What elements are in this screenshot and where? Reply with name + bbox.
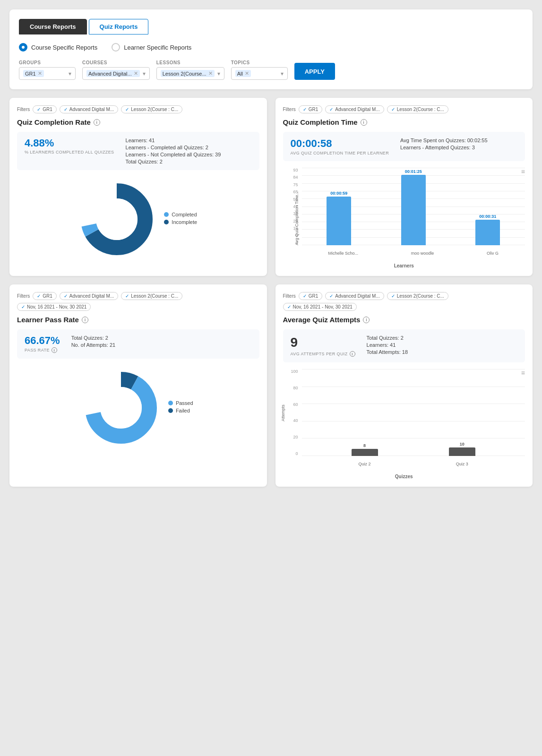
filter-tag-lesson[interactable]: ✓ Lesson 2(Course : C... [121,105,182,113]
radio-circle-course [19,43,27,52]
filter-group-topics: TOPICS All ✕ ▾ [231,60,288,80]
stat-big-rate: 4.88% [25,137,114,149]
lessons-chevron: ▾ [217,70,220,77]
pass-rate-stat-info[interactable]: i [52,347,57,353]
stat-main-time: 00:00:58 AVG QUIZ COMPLETION TIME PER LE… [291,137,389,155]
attempts-filters: Filters ✓ GR1 ✓ Advanced Digital M... ✓ … [283,292,525,311]
xlabel-quiz2: Quiz 2 [316,462,413,466]
filter-group-groups: GROUPS GR1 ✕ ▾ [19,60,76,80]
pass-rate-filters: Filters ✓ GR1 ✓ Advanced Digital M... ✓ … [17,292,259,311]
stat-label-time: AVG QUIZ COMPLETION TIME PER LEARNER [291,151,389,155]
filter-tag-pr-advanced[interactable]: ✓ Advanced Digital M... [60,292,119,300]
filter-label-4: Filters [283,293,296,299]
completion-time-info[interactable]: i [361,119,367,126]
xlabel-time: Learners [283,263,525,268]
legend-passed: Passed [168,400,193,406]
tab-quiz-reports[interactable]: Quiz Reports [89,19,149,34]
bar-label-top-1: 00:00:59 [330,191,347,196]
courses-chevron: ▾ [143,70,146,77]
svg-text:33.3%: 33.3% [104,400,117,405]
lessons-clear[interactable]: ✕ [208,70,213,77]
stat-aq-total-attempts: Total Attempts: 18 [367,349,408,355]
courses-tag: Advanced Digital... ✕ [86,70,140,77]
filter-tag-t-lesson[interactable]: ✓ Lesson 2(Course : C... [387,105,448,113]
completion-rate-info[interactable]: i [94,119,100,126]
svg-text:95.1%: 95.1% [110,232,123,237]
bar-fill-quiz3 [449,447,475,456]
stat-main-rate: 4.88% % LEARNERS COMPLETED ALL QUIZZES [25,137,114,164]
radio-row: Course Specific Reports Learner Specific… [19,43,523,52]
xlabel-quiz3: Quiz 3 [413,462,511,466]
topics-clear[interactable]: ✕ [245,70,249,77]
tabs-row: Course Reports Quiz Reports [19,19,523,34]
stat-learners-attempted: Learners - Attempted Quizzes: 3 [400,145,487,150]
legend-dot-incomplete [164,220,169,224]
stat-not-completed: Learners - Not Completed all Quizzes: 39 [126,152,221,157]
pass-rate-stats: 66.67% PASS RATE i Total Quizzes: 2 No. … [17,329,259,359]
attempts-info[interactable]: i [363,317,370,323]
svg-text:66.7%: 66.7% [122,417,135,422]
groups-select[interactable]: GR1 ✕ ▾ [19,67,76,80]
filter-tag-t-advanced[interactable]: ✓ Advanced Digital M... [325,105,384,113]
filter-label-2: Filters [283,107,296,112]
completion-rate-filters: Filters ✓ GR1 ✓ Advanced Digital M... ✓ … [17,105,259,113]
stat-details-pass: Total Quizzes: 2 No. of Attempts: 21 [71,335,116,353]
filter-tag-aq-gr1[interactable]: ✓ GR1 [299,292,323,300]
filters-row: GROUPS GR1 ✕ ▾ COURSES Advanced Digital.… [19,60,523,80]
yaxis-attempts: 0 20 40 60 80 100 [283,369,300,456]
pass-rate-info[interactable]: i [82,317,88,323]
stat-completed-all: Learners - Completed all Quizzes: 2 [126,145,221,150]
stat-pass-total-quizzes: Total Quizzes: 2 [71,335,116,341]
radio-label-course: Course Specific Reports [31,44,97,51]
lessons-label: LESSONS [156,60,224,65]
stat-main-attempts: 9 AVG ATTEMPTS PER QUIZ i [291,335,355,357]
completion-time-filters: Filters ✓ GR1 ✓ Advanced Digital M... ✓ … [283,105,525,113]
attempts-stats: 9 AVG ATTEMPTS PER QUIZ i Total Quizzes:… [283,329,525,362]
filter-tag-advanced[interactable]: ✓ Advanced Digital M... [60,105,119,113]
legend-dot-completed [164,212,169,217]
filter-tag-pr-lesson[interactable]: ✓ Lesson 2(Course : C... [121,292,182,300]
groups-chevron: ▾ [69,70,71,77]
stat-details-attempts: Total Quizzes: 2 Learners: 41 Total Atte… [367,335,408,357]
stat-details-time: Avg Time Spent on Quizzes: 00:02:55 Lear… [400,137,487,155]
attempts-stat-info[interactable]: i [350,351,355,357]
xaxis-time-labels: Michelle Scho... moo woodle Oliv G [302,251,525,256]
xlabel-3: Oliv G [487,251,499,256]
top-charts-row: Filters ✓ GR1 ✓ Advanced Digital M... ✓ … [9,98,533,276]
learner-pass-rate-card: Filters ✓ GR1 ✓ Advanced Digital M... ✓ … [9,284,267,487]
quiz-completion-rate-card: Filters ✓ GR1 ✓ Advanced Digital M... ✓ … [9,98,267,276]
filter-tag-pr-gr1[interactable]: ✓ GR1 [33,292,57,300]
filter-label-3: Filters [17,293,30,299]
filter-tag-gr1[interactable]: ✓ GR1 [33,105,57,113]
bar-group-3: 00:00:31 [475,168,500,245]
legend-dot-failed [168,408,173,413]
courses-clear[interactable]: ✕ [134,70,138,77]
filter-tag-pr-date[interactable]: ✓ Nov, 16 2021 - Nov, 30 2021 [17,303,91,311]
filter-tag-aq-lesson[interactable]: ✓ Lesson 2(Course : C... [387,292,448,300]
topics-select[interactable]: All ✕ ▾ [231,67,288,80]
xaxis-attempts-labels: Quiz 2 Quiz 3 [302,462,525,466]
xlabel-1: Michelle Scho... [328,251,358,256]
apply-button[interactable]: APPLY [294,63,335,80]
courses-select[interactable]: Advanced Digital... ✕ ▾ [82,67,150,80]
stat-total-quizzes: Total Quizzes: 2 [126,159,221,164]
stat-main-pass: 66.67% PASS RATE i [25,335,60,353]
stat-aq-total-quizzes: Total Quizzes: 2 [367,335,408,341]
stat-avg-time: Avg Time Spent on Quizzes: 00:02:55 [400,137,487,143]
bar-group-quiz3: 10 [443,369,481,456]
filter-tag-aq-advanced[interactable]: ✓ Advanced Digital M... [325,292,384,300]
radio-course-specific[interactable]: Course Specific Reports [19,43,97,52]
radio-learner-specific[interactable]: Learner Specific Reports [112,43,191,52]
filter-tag-t-gr1[interactable]: ✓ GR1 [299,105,323,113]
lessons-select[interactable]: Lesson 2(Course... ✕ ▾ [156,67,224,80]
groups-tag: GR1 ✕ [23,70,44,77]
bar-label-top-quiz3: 10 [460,442,465,447]
bar-group-1: 00:00:59 [327,168,351,245]
tab-course-reports[interactable]: Course Reports [19,19,87,34]
filter-tag-aq-date[interactable]: ✓ Nov, 16 2021 - Nov, 30 2021 [283,303,357,311]
lessons-tag: Lesson 2(Course... ✕ [161,70,215,77]
completion-time-stats: 00:00:58 AVG QUIZ COMPLETION TIME PER LE… [283,132,525,161]
groups-clear[interactable]: ✕ [38,70,42,77]
yaxis-label-attempts: Attempts [280,404,285,421]
stat-big-time: 00:00:58 [291,137,389,150]
